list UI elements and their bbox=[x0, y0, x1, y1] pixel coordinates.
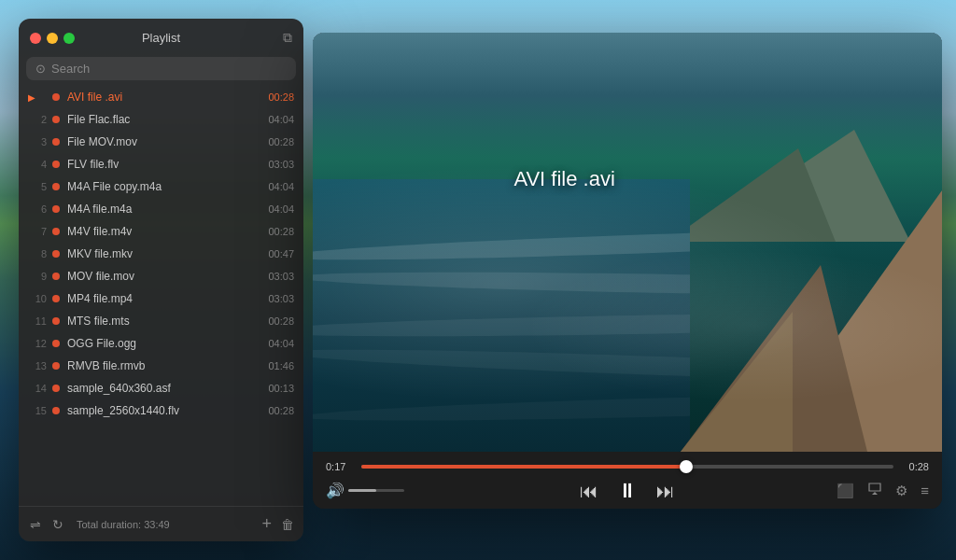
search-bar: ⊙ bbox=[26, 57, 296, 80]
item-duration: 03:03 bbox=[268, 159, 294, 170]
item-duration: 04:04 bbox=[268, 181, 294, 192]
item-dot bbox=[52, 138, 60, 146]
playlist-item[interactable]: ▶ 10 MP4 file.mp4 03:03 bbox=[19, 287, 303, 310]
playlist-window: Playlist ⧉ ⊙ ▶ AVI file .avi 00:28 ▶ 2 F… bbox=[19, 19, 303, 541]
search-icon: ⊙ bbox=[35, 62, 46, 76]
item-name: File MOV.mov bbox=[67, 135, 260, 148]
center-controls: ⏮ ⏸ ⏭ bbox=[580, 479, 675, 503]
playlist-item[interactable]: ▶ 5 M4A File copy.m4a 04:04 bbox=[19, 175, 303, 198]
item-number: 12 bbox=[28, 338, 47, 349]
playlist-item[interactable]: ▶ 9 MOV file.mov 03:03 bbox=[19, 265, 303, 287]
traffic-lights bbox=[30, 33, 75, 44]
shuffle-button[interactable]: ⇌ bbox=[28, 515, 43, 534]
item-duration: 00:28 bbox=[268, 226, 294, 237]
item-number: 2 bbox=[28, 114, 47, 125]
item-name: M4A File copy.m4a bbox=[67, 180, 260, 193]
video-area[interactable]: AVI file .avi bbox=[313, 33, 942, 452]
progress-thumb[interactable] bbox=[680, 460, 693, 473]
playlist-item[interactable]: ▶ 4 FLV file.flv 03:03 bbox=[19, 153, 303, 175]
progress-fill bbox=[361, 465, 686, 469]
item-dot bbox=[52, 93, 60, 101]
item-duration: 00:28 bbox=[268, 405, 294, 416]
item-name: MTS file.mts bbox=[67, 315, 260, 328]
window-title: Playlist bbox=[142, 31, 180, 45]
play-pause-button[interactable]: ⏸ bbox=[617, 479, 638, 503]
volume-bar[interactable] bbox=[348, 489, 404, 492]
right-controls: ⬛ ⚙ ≡ bbox=[836, 482, 929, 499]
playlist-item[interactable]: ▶ 11 MTS file.mts 00:28 bbox=[19, 310, 303, 332]
item-duration: 03:03 bbox=[268, 293, 294, 304]
item-name: OGG File.ogg bbox=[67, 337, 260, 350]
playlist-display-icon[interactable]: ⧉ bbox=[283, 30, 292, 46]
settings-button[interactable]: ⚙ bbox=[895, 483, 907, 499]
item-dot bbox=[52, 407, 60, 414]
item-dot bbox=[52, 385, 60, 392]
delete-button[interactable]: 🗑 bbox=[281, 517, 294, 532]
airplay-button[interactable] bbox=[867, 482, 882, 499]
playlist-footer: ⇌ ↻ Total duration: 33:49 + 🗑 bbox=[19, 506, 303, 541]
item-number: 8 bbox=[28, 248, 47, 259]
playlist-item[interactable]: ▶ 8 MKV file.mkv 00:47 bbox=[19, 243, 303, 265]
maximize-button[interactable] bbox=[63, 33, 75, 44]
item-number: 9 bbox=[28, 271, 47, 282]
item-dot bbox=[52, 273, 60, 280]
playlist-item[interactable]: ▶ 15 sample_2560x1440.flv 00:28 bbox=[19, 399, 303, 422]
progress-bar-area: 0:17 0:28 bbox=[313, 452, 942, 476]
add-button[interactable]: + bbox=[261, 514, 272, 534]
item-number: 10 bbox=[28, 293, 47, 304]
titlebar: Playlist ⧉ bbox=[19, 19, 303, 53]
item-duration: 04:04 bbox=[268, 114, 294, 125]
item-number: 5 bbox=[28, 181, 47, 192]
item-name: M4A file.m4a bbox=[67, 203, 260, 216]
player-window: AVI file .avi 0:17 0:28 🔊 ⏮ ⏸ ⏭ bbox=[313, 33, 942, 509]
item-name: sample_2560x1440.flv bbox=[67, 404, 260, 417]
playlist-item[interactable]: ▶ 12 OGG File.ogg 04:04 bbox=[19, 332, 303, 355]
item-name: RMVB file.rmvb bbox=[67, 359, 260, 372]
repeat-button[interactable]: ↻ bbox=[50, 515, 65, 534]
search-input[interactable] bbox=[51, 62, 287, 76]
total-duration: Total duration: 33:49 bbox=[77, 519, 261, 530]
item-duration: 00:28 bbox=[268, 91, 294, 103]
playlist-item[interactable]: ▶ 14 sample_640x360.asf 00:13 bbox=[19, 377, 303, 399]
screen-mode-button[interactable]: ⬛ bbox=[836, 483, 854, 499]
playlist-item[interactable]: ▶ 6 M4A file.m4a 04:04 bbox=[19, 198, 303, 220]
current-time: 0:17 bbox=[326, 461, 352, 472]
next-button[interactable]: ⏭ bbox=[656, 482, 675, 500]
item-dot bbox=[52, 228, 60, 235]
item-number: 15 bbox=[28, 405, 47, 416]
controls-row: 🔊 ⏮ ⏸ ⏭ ⬛ ⚙ ≡ bbox=[313, 476, 942, 509]
item-dot bbox=[52, 250, 60, 258]
volume-button[interactable]: 🔊 bbox=[326, 482, 344, 499]
item-name: M4V file.m4v bbox=[67, 225, 260, 238]
minimize-button[interactable] bbox=[47, 33, 58, 44]
item-dot bbox=[52, 205, 60, 213]
playlist-item[interactable]: ▶ 3 File MOV.mov 00:28 bbox=[19, 131, 303, 153]
item-name: sample_640x360.asf bbox=[67, 382, 260, 395]
prev-button[interactable]: ⏮ bbox=[580, 482, 598, 500]
item-dot bbox=[52, 116, 60, 123]
item-number: 6 bbox=[28, 203, 47, 215]
progress-track[interactable] bbox=[361, 465, 893, 469]
item-dot bbox=[52, 183, 60, 190]
item-duration: 03:03 bbox=[268, 271, 294, 282]
item-duration: 04:04 bbox=[268, 338, 294, 349]
playlist-item[interactable]: ▶ 7 M4V file.m4v 00:28 bbox=[19, 220, 303, 243]
player-controls: 0:17 0:28 🔊 ⏮ ⏸ ⏭ ⬛ bbox=[313, 452, 942, 509]
playlist-items: ▶ AVI file .avi 00:28 ▶ 2 File Flac.flac… bbox=[19, 86, 303, 506]
item-duration: 00:47 bbox=[268, 248, 294, 259]
item-dot bbox=[52, 295, 60, 302]
close-button[interactable] bbox=[30, 33, 41, 44]
item-dot bbox=[52, 317, 60, 325]
playlist-button[interactable]: ≡ bbox=[921, 483, 929, 498]
playlist-item[interactable]: ▶ 2 File Flac.flac 04:04 bbox=[19, 108, 303, 131]
item-name: FLV file.flv bbox=[67, 158, 260, 171]
playlist-item[interactable]: ▶ 13 RMVB file.rmvb 01:46 bbox=[19, 355, 303, 377]
item-duration: 04:04 bbox=[268, 203, 294, 215]
playlist-item[interactable]: ▶ AVI file .avi 00:28 bbox=[19, 86, 303, 108]
item-dot bbox=[52, 362, 60, 370]
item-name: MP4 file.mp4 bbox=[67, 292, 260, 305]
item-number: 4 bbox=[28, 159, 47, 170]
item-number: 7 bbox=[28, 226, 47, 237]
item-duration: 00:28 bbox=[268, 315, 294, 327]
total-time: 0:28 bbox=[903, 461, 929, 472]
